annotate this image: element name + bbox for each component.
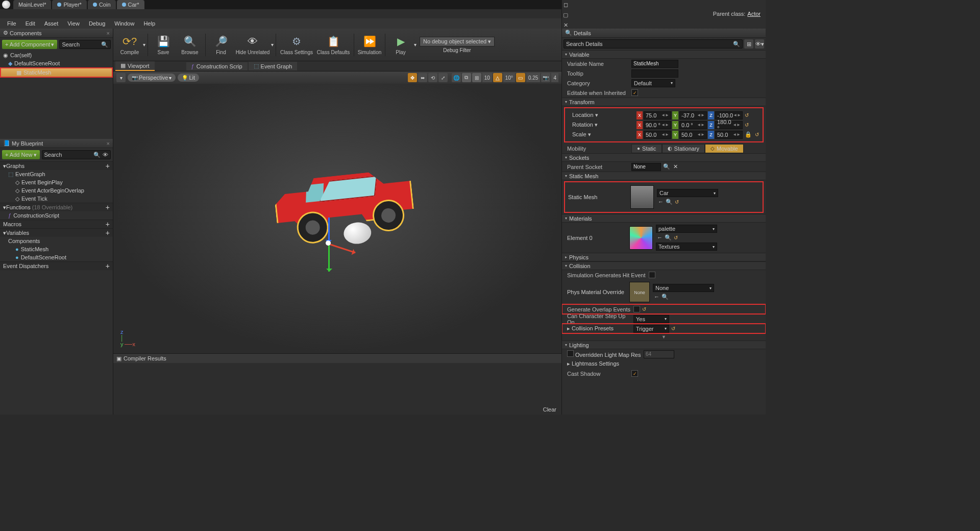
cat-transform[interactable]: Transform: [562, 98, 766, 106]
parent-class-link[interactable]: Actor: [747, 11, 761, 17]
tree-static-mesh[interactable]: ▦StaticMesh: [1, 68, 112, 77]
property-matrix-icon[interactable]: ⊞: [744, 39, 753, 49]
perspective-selector[interactable]: 📷 Perspective ▾: [128, 74, 176, 82]
menu-asset[interactable]: Asset: [40, 19, 63, 28]
can-step-combo[interactable]: Yes▾: [633, 315, 669, 323]
window-restore-icon[interactable]: ◻: [562, 1, 569, 8]
hide-unrelated-button[interactable]: 👁Hide Unrelated: [234, 30, 271, 60]
angle-snap-icon[interactable]: △: [493, 73, 502, 82]
save-button[interactable]: 💾Save: [150, 30, 177, 60]
reset-icon[interactable]: ↺: [642, 306, 646, 312]
scale-z-input[interactable]: 50.0◄►: [715, 131, 743, 139]
override-lightmap-checkbox[interactable]: [567, 350, 574, 357]
macros-section[interactable]: Macros+: [0, 220, 113, 228]
tree-default-scene-root[interactable]: ◆DefaultSceneRoot: [0, 59, 113, 67]
add-icon[interactable]: +: [106, 162, 110, 170]
use-selected-icon[interactable]: ←: [656, 234, 664, 240]
lock-icon[interactable]: 🔒: [744, 131, 753, 138]
scale-snap-icon[interactable]: ▭: [516, 73, 525, 82]
grid-snap-value[interactable]: 10: [482, 73, 492, 82]
browse-icon[interactable]: 🔍: [665, 199, 674, 205]
tab-viewport[interactable]: ▦Viewport: [115, 61, 155, 71]
scale-x-input[interactable]: 50.0◄►: [644, 131, 671, 139]
static-mesh-thumbnail[interactable]: [630, 185, 654, 209]
row-lightmass[interactable]: ▸ Lightmass Settings: [562, 359, 766, 369]
event-dispatchers-section[interactable]: Event Dispatchers+: [0, 261, 113, 270]
category-combo[interactable]: Default▾: [631, 79, 675, 87]
blueprint-search-input[interactable]: Search🔍👁: [42, 150, 111, 159]
editable-checkbox[interactable]: [631, 89, 638, 96]
reset-icon[interactable]: ↺: [745, 112, 749, 118]
variables-section[interactable]: ▾ Variables+: [0, 228, 113, 237]
rotate-mode-icon[interactable]: ⟲: [428, 73, 437, 82]
cat-lighting[interactable]: Lighting: [562, 341, 766, 349]
dropdown-icon[interactable]: ▾: [271, 42, 274, 47]
browse-icon[interactable]: 🔍: [664, 234, 673, 240]
rotation-z-input[interactable]: 180.0 °◄►: [715, 121, 743, 129]
simulation-button[interactable]: ⏩Simulation: [356, 30, 383, 60]
coord-space-icon[interactable]: 🌐: [452, 73, 461, 82]
gizmo-pivot[interactable]: [326, 240, 331, 246]
clear-icon[interactable]: ✕: [672, 163, 679, 170]
menu-help[interactable]: Help: [139, 19, 159, 28]
titlebar-tab-car[interactable]: Car*: [117, 0, 144, 9]
event-actorbeginoverlap[interactable]: ◇Event ActorBeginOverlap: [0, 186, 113, 195]
browse-button[interactable]: 🔍Browse: [177, 30, 203, 60]
reset-icon[interactable]: ↺: [674, 235, 678, 240]
collision-presets-combo[interactable]: Trigger▾: [633, 325, 669, 333]
close-icon[interactable]: ×: [107, 30, 110, 36]
viewport-3d[interactable]: z │ y ──x: [113, 84, 561, 353]
graphs-section[interactable]: ▾ Graphs+: [0, 161, 113, 170]
scale-y-input[interactable]: 50.0◄►: [679, 131, 707, 139]
construction-script-item[interactable]: ƒConstructionScript: [0, 211, 113, 220]
eye-icon[interactable]: 👁: [103, 152, 108, 158]
menu-debug[interactable]: Debug: [85, 19, 109, 28]
gizmo-y-axis[interactable]: [328, 243, 330, 272]
phys-mat-thumbnail[interactable]: None: [629, 282, 650, 302]
use-selected-icon[interactable]: ←: [657, 199, 665, 205]
menu-window[interactable]: Window: [110, 19, 138, 28]
viewport-menu-icon[interactable]: ▾: [116, 73, 126, 82]
compile-button[interactable]: ⟳?Compile: [116, 30, 143, 60]
cat-materials[interactable]: Materials: [562, 214, 766, 223]
generate-overlap-checkbox[interactable]: [633, 306, 640, 312]
scale-snap-value[interactable]: 0.25: [526, 73, 540, 82]
gizmo-x-axis[interactable]: [328, 243, 356, 253]
dropdown-icon[interactable]: ▾: [414, 42, 416, 47]
variable-name-input[interactable]: [631, 60, 678, 68]
expand-icon[interactable]: ▼: [562, 333, 766, 341]
dropdown-icon[interactable]: ▾: [143, 42, 145, 47]
details-search-input[interactable]: Search Details🔍: [564, 39, 743, 49]
menu-view[interactable]: View: [63, 19, 84, 28]
grid-snap-icon[interactable]: ⊞: [472, 73, 481, 82]
visibility-icon[interactable]: 👁▾: [755, 39, 764, 49]
rotation-x-input[interactable]: 90.0 °◄►: [644, 121, 671, 129]
var-defaultsceneroot[interactable]: ●DefaultSceneRoot: [0, 253, 113, 261]
browse-icon[interactable]: 🔍: [660, 294, 670, 300]
angle-snap-value[interactable]: 10°: [503, 73, 515, 82]
cat-static-mesh[interactable]: Static Mesh: [562, 172, 766, 180]
class-settings-button[interactable]: ⚙Class Settings: [278, 30, 315, 60]
mobility-stationary[interactable]: ◐ Stationary: [662, 144, 705, 153]
location-z-input[interactable]: -100.0◄►: [715, 111, 743, 119]
cat-sockets[interactable]: Sockets: [562, 153, 766, 162]
window-close-icon[interactable]: ✕: [562, 21, 569, 29]
cast-shadow-checkbox[interactable]: [631, 370, 638, 377]
phys-mat-combo[interactable]: None▾: [653, 284, 714, 292]
material-thumbnail[interactable]: [629, 226, 653, 250]
camera-speed-value[interactable]: 4: [551, 73, 558, 82]
titlebar-tab-coin[interactable]: Coin: [88, 0, 116, 9]
mobility-static[interactable]: ● Static: [631, 144, 662, 153]
search-icon[interactable]: 🔍: [662, 163, 671, 170]
reset-icon[interactable]: ↺: [675, 199, 679, 205]
window-maximize-icon[interactable]: ▢: [562, 11, 569, 18]
menu-file[interactable]: File: [3, 19, 20, 28]
find-button[interactable]: 🔎Find: [208, 30, 234, 60]
menu-edit[interactable]: Edit: [21, 19, 39, 28]
reset-icon[interactable]: ↺: [671, 326, 675, 331]
reset-icon[interactable]: ↺: [745, 122, 749, 128]
debug-object-selector[interactable]: No debug object selected ▾: [420, 37, 495, 46]
sim-hit-checkbox[interactable]: [649, 272, 655, 278]
gizmo-z-axis[interactable]: [328, 218, 330, 243]
tree-root-car[interactable]: ◉Car(self): [0, 51, 113, 59]
